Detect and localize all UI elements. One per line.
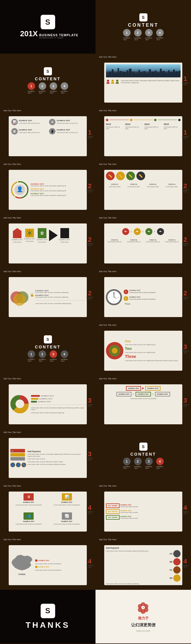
slide-badge-3d: 3 EXAMPLETEXT <box>86 451 93 461</box>
china-dot-2 <box>35 566 37 568</box>
slide-title-shapes: Add Your Title Here <box>3 217 21 219</box>
content-title-2: CONTENT <box>35 77 61 81</box>
clock-diagram: 12 3 6 9 <box>106 289 122 305</box>
pie-chart <box>10 394 29 413</box>
flow-arrow-2 <box>133 393 134 395</box>
divider2 <box>31 405 85 405</box>
thanks-text: THANKS <box>26 621 70 630</box>
products-slide: Add Your Title Here Add Keyword Lorem ip… <box>96 536 191 590</box>
slide-title-books: Add Your Title Here <box>3 431 21 433</box>
slide-badge-2f: 2 EXAMPLETEXT <box>182 290 189 300</box>
book-yellow <box>10 453 25 456</box>
slide-title-twocol-l: Add Your Title Here <box>3 485 21 487</box>
tl-dot-1 <box>106 119 108 121</box>
content-slide-1: S CONTENT 1 EXAMPLETEXT 2 EXAMPLETEXT 3 … <box>96 0 191 54</box>
slide-badge-1b: 1 EXAMPLETEXT <box>86 129 93 139</box>
city-text: Lorem ipsum dolor sit amet, consectetuer… <box>121 80 181 84</box>
slide-title-city: Add Your Title Here <box>99 56 116 58</box>
num-2: 2 <box>134 29 142 37</box>
icon-grid2: ▦ <box>11 128 18 134</box>
svg-text:3: 3 <box>118 296 118 298</box>
slide-badge-4c: 4 EXAMPLETEXT <box>86 558 93 568</box>
svg-text:6: 6 <box>113 300 114 302</box>
slide-badge-2d: 2 EXAMPLETEXT <box>182 237 189 246</box>
slide-title-pie: Add Your Title Here <box>3 378 21 380</box>
person-icon-2: 👤 <box>16 463 21 467</box>
brand-subtitle: BUSINESS TEMPLATE <box>39 33 78 37</box>
steps-row-slide: Add Your Title Here ✏ ✏ ✏ ✏ STEP 01 Lore… <box>96 214 191 268</box>
step-c2: ✏ <box>134 228 141 235</box>
icon-chart2-gray: 📈 <box>62 512 72 520</box>
slide-title-products: Add Your Title Here <box>99 539 116 541</box>
svg-text:9: 9 <box>109 296 110 298</box>
num-3-label: EXAMPLETEXT <box>145 37 152 41</box>
book-gray <box>10 457 25 461</box>
brand-logo-sm3: S <box>44 335 52 343</box>
svg-text:12: 12 <box>113 292 115 294</box>
product-circle-red <box>173 558 181 565</box>
pencil-steps-slide: Add Your Title Here ✏️ ✏️ ✏️ ✏️ STEP 01 <box>96 161 191 214</box>
flow-box-4: EXAMPLE TEXT <box>136 392 151 396</box>
content-slide-3: S CONTENT 1 EXAMPLETEXT 2 EXAMPLETEXT 3 … <box>0 322 96 375</box>
three-two-slide: Add Your Title Here One Lorem ipsum dolo… <box>96 322 191 375</box>
brand-logo-sm: S <box>139 13 147 21</box>
person-icon-3: 🔧 <box>21 463 26 467</box>
step-circle-3: ✏️ <box>126 172 135 180</box>
num-3: 3 <box>145 29 153 37</box>
slide-title-flow: Add Your Title Here <box>99 378 116 380</box>
tl-dot-3 <box>154 119 156 121</box>
slide-badge-4d: 4 EXAMPLETEXT <box>182 558 189 568</box>
icon-chart-yellow: 📊 <box>62 493 72 501</box>
final-brand-slide: ✦ 致力于 让幻演更简便 www.xxx.com <box>96 590 191 643</box>
slide-title-pencil: Add Your Title Here <box>99 163 116 165</box>
shape-gear <box>25 229 34 237</box>
person-icon-1: 👤 <box>10 463 15 467</box>
icon-grid-slide: Add Your Title Here 📊 EXAMPLE TEXT Lorem… <box>0 107 96 161</box>
clock-slide: Add Your Title Here 12 3 6 9 <box>96 268 191 322</box>
brand-download: DOWNLOAD IT NOW <box>39 37 78 39</box>
book-red: 📚 <box>10 449 25 452</box>
step-c4: ✏ <box>157 228 164 235</box>
city-slide: Add Your Title Here <box>96 54 191 107</box>
slide-badge-3b: 3 EXAMPLETEXT <box>86 397 93 407</box>
divider <box>35 300 85 301</box>
chinese-sub: www.xxx.com <box>136 630 150 632</box>
slide-title-venn: Add Your Title Here <box>3 270 21 272</box>
arr-3 <box>154 230 156 233</box>
step-c1: ✏ <box>122 228 129 235</box>
num-4-label: EXAMPLETEXT <box>156 37 163 41</box>
brand-logo-thanks: S <box>41 604 55 618</box>
flow-arrow-3 <box>152 393 154 395</box>
slide-title-cycle: Add Your Title Here <box>3 163 21 165</box>
slide-badge-1c: 1 EXAMPLETEXT <box>182 129 189 139</box>
slide-badge-2c: 2 EXAMPLETEXT <box>86 237 93 246</box>
slide-badge-1: 1 EXAMPLETEXT <box>182 76 189 85</box>
flow-box-3: EXAMPLE TEXT <box>116 392 131 396</box>
step-circle-2: ✏️ <box>116 172 125 180</box>
two-label: Two <box>125 347 181 351</box>
brand-logo-sm2: S <box>44 67 52 75</box>
slide-title-keyword: Add Your Title Here <box>99 485 116 487</box>
shapes-slide: Add Your Title Here EXAMPLE TEXT Lorem i… <box>0 214 96 268</box>
svg-text:✦: ✦ <box>142 607 144 609</box>
svg-point-14 <box>15 399 24 408</box>
tl-dot-4 <box>178 119 181 121</box>
keyword-slide: Add Your Title Here KEY WORD EXAMPLE TEX… <box>96 483 191 536</box>
venn-diagram: 🔒 <box>10 290 34 306</box>
keyword-box-1: KEY WORD <box>106 503 120 508</box>
bullseye-target <box>106 342 123 359</box>
svg-point-5 <box>28 232 31 234</box>
slide-title-icons: Add Your Title Here <box>3 110 21 112</box>
num-active-1: 1 <box>28 82 35 90</box>
slide-title-threetwo: Add Your Title Here <box>99 324 116 326</box>
shape-dark <box>60 228 69 238</box>
brand-logo-sm4: S <box>139 443 147 451</box>
thanks-slide: S THANKS <box>0 590 96 643</box>
icon-monitor: 🖥 <box>49 119 55 125</box>
slide-badge-2a: 2 EXAMPLETEXT <box>86 183 93 193</box>
slide-badge-4a: 4 EXAMPLETEXT <box>86 505 93 514</box>
slide-title-timeline: Add Your Title Here <box>99 110 116 112</box>
content-title-4: CONTENT <box>130 452 156 456</box>
cycle-slide: Add Your Title Here 👤 EXAMPLE TEXT Lorem… <box>0 161 96 214</box>
keyword-box-2: KEY WORD <box>106 509 120 514</box>
